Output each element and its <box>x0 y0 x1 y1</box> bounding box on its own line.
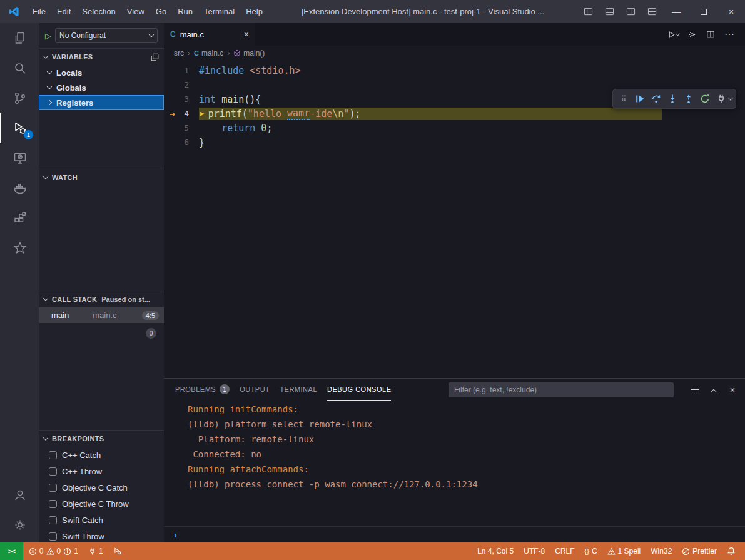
tab-main-c[interactable]: C main.c × <box>164 23 255 46</box>
close-window-button[interactable]: × <box>717 0 745 23</box>
error-icon <box>29 548 37 556</box>
encoding-indicator[interactable]: UTF-8 <box>519 542 549 560</box>
run-or-debug-icon[interactable] <box>665 26 681 42</box>
code-line-5[interactable]: 5 return 0; <box>164 121 745 135</box>
breadcrumb-symbol[interactable]: main() <box>233 49 265 58</box>
code-token: <stdio.h> <box>250 65 300 76</box>
toggle-sidebar-icon[interactable] <box>577 0 599 23</box>
panel-tab-output[interactable]: OUTPUT <box>240 379 270 401</box>
drag-handle-icon[interactable]: ⠿ <box>616 91 631 106</box>
menu-edit[interactable]: Edit <box>51 4 76 19</box>
checkbox-unchecked[interactable] <box>49 468 57 476</box>
watch-header[interactable]: WATCH <box>39 169 164 186</box>
breakpoint-item[interactable]: Objective C Throw <box>39 496 164 512</box>
docker-icon[interactable] <box>0 173 39 203</box>
step-out-icon[interactable] <box>681 91 696 106</box>
panel-tab-debug-console[interactable]: DEBUG CONSOLE <box>327 379 391 401</box>
split-editor-icon[interactable] <box>702 26 719 42</box>
maximize-button[interactable] <box>690 0 717 23</box>
close-panel-icon[interactable]: × <box>725 382 740 398</box>
menu-terminal[interactable]: Terminal <box>198 4 240 19</box>
gutter-glyph-margin[interactable]: → <box>164 108 180 119</box>
checkbox-unchecked[interactable] <box>49 451 57 459</box>
menu-selection[interactable]: Selection <box>76 4 121 19</box>
eol-indicator[interactable]: CRLF <box>550 542 579 560</box>
formatter-status[interactable]: Prettier <box>677 542 721 560</box>
debug-status[interactable] <box>109 542 126 560</box>
continue-icon[interactable] <box>632 91 647 106</box>
settings-gear-icon[interactable] <box>0 510 39 540</box>
favorites-star-icon[interactable] <box>0 233 39 263</box>
minimize-button[interactable]: — <box>662 0 690 23</box>
checkbox-unchecked[interactable] <box>49 484 57 492</box>
debug-config-dropdown[interactable]: No Configurat <box>55 28 158 43</box>
editor-area: C main.c × ··· <box>164 23 745 542</box>
chevron-down-icon[interactable] <box>728 95 733 100</box>
run-and-debug-icon[interactable]: 1 <box>0 113 39 143</box>
remote-explorer-icon[interactable] <box>0 143 39 173</box>
variables-header[interactable]: VARIABLES <box>39 49 164 65</box>
ports-status[interactable]: 1 <box>84 542 108 560</box>
console-filter-input[interactable] <box>449 382 674 398</box>
console-line: Running initCommands: <box>188 404 745 419</box>
tab-label: main.c <box>180 30 204 39</box>
open-view-icon[interactable] <box>151 53 159 61</box>
checkbox-unchecked[interactable] <box>49 500 57 508</box>
language-mode[interactable]: {}C <box>580 542 602 560</box>
symbol-cube-icon <box>233 49 241 57</box>
breadcrumb-folder[interactable]: src <box>174 49 184 58</box>
debug-console-input[interactable]: › <box>164 526 745 542</box>
checkbox-unchecked[interactable] <box>49 516 57 524</box>
stack-frame-row[interactable]: main main.c 4:5 <box>39 308 164 323</box>
platform-indicator[interactable]: Win32 <box>646 542 676 560</box>
breakpoint-item[interactable]: C++ Catch <box>39 447 164 463</box>
start-debug-icon[interactable]: ▷ <box>45 31 51 41</box>
cursor-position[interactable]: Ln 4, Col 5 <box>473 542 518 560</box>
output-actions-icon[interactable] <box>687 382 702 398</box>
close-tab-icon[interactable]: × <box>244 29 249 39</box>
breakpoint-item[interactable]: Objective C Catch <box>39 479 164 496</box>
source-control-icon[interactable] <box>0 83 39 113</box>
problems-status[interactable]: 0 0 1 <box>24 542 83 560</box>
remote-indicator[interactable]: >< <box>0 542 23 560</box>
search-icon[interactable] <box>0 53 39 83</box>
variables-scope-locals[interactable]: Locals <box>39 65 164 80</box>
more-actions-icon[interactable]: ··· <box>721 26 737 42</box>
code-editor[interactable]: ⠿ <box>164 61 745 378</box>
step-over-icon[interactable] <box>649 91 664 106</box>
step-into-icon[interactable] <box>665 91 680 106</box>
call-stack-header[interactable]: CALL STACK Paused on st... <box>39 291 164 308</box>
breakpoint-item[interactable]: Swift Catch <box>39 512 164 528</box>
code-line-1[interactable]: 1#include <stdio.h> <box>164 63 745 78</box>
spell-checker-status[interactable]: 1 Spell <box>603 542 646 560</box>
variables-scope-globals[interactable]: Globals <box>39 80 164 95</box>
notifications-bell[interactable] <box>722 542 740 560</box>
explorer-icon[interactable] <box>0 23 39 53</box>
call-stack-section: CALL STACK Paused on st... main main.c 4… <box>39 291 164 430</box>
debug-console-output[interactable]: Running initCommands:(lldb) platform sel… <box>164 401 745 526</box>
breakpoints-header[interactable]: BREAKPOINTS <box>39 431 164 447</box>
code-line-6[interactable]: 6} <box>164 135 745 149</box>
extensions-icon[interactable] <box>0 203 39 233</box>
menu-help[interactable]: Help <box>240 4 268 19</box>
debug-settings-gear-icon[interactable] <box>684 26 700 42</box>
toggle-panel-icon[interactable] <box>599 0 620 23</box>
menu-go[interactable]: Go <box>150 4 172 19</box>
variables-scope-registers[interactable]: Registers <box>39 95 164 110</box>
maximize-panel-icon[interactable] <box>706 382 721 398</box>
menu-view[interactable]: View <box>121 4 150 19</box>
panel-tab-terminal[interactable]: TERMINAL <box>280 379 317 401</box>
panel-tab-problems[interactable]: PROBLEMS1 <box>175 379 230 401</box>
breakpoint-item[interactable]: Swift Throw <box>39 528 164 542</box>
restart-icon[interactable] <box>697 91 712 106</box>
breadcrumb-file[interactable]: Cmain.c <box>194 49 223 58</box>
breakpoint-item[interactable]: C++ Throw <box>39 463 164 479</box>
disconnect-icon[interactable] <box>714 91 729 106</box>
debug-config-row: ▷ No Configurat <box>39 23 164 48</box>
menu-file[interactable]: File <box>27 4 51 19</box>
menu-run[interactable]: Run <box>172 4 198 19</box>
toggle-secondary-sidebar-icon[interactable] <box>620 0 641 23</box>
account-icon[interactable] <box>0 480 39 510</box>
customize-layout-icon[interactable] <box>641 0 662 23</box>
checkbox-unchecked[interactable] <box>49 532 57 541</box>
